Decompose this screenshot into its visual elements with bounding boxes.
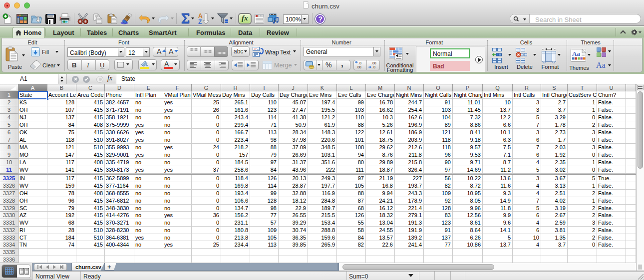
svg-text:Z: Z (198, 18, 202, 24)
svg-text:Aa: Aa (572, 50, 580, 57)
svg-text:.00: .00 (356, 65, 361, 69)
svg-text:.0: .0 (358, 61, 361, 65)
svg-text:.0: .0 (372, 65, 375, 69)
svg-text:.00: .00 (371, 61, 376, 65)
